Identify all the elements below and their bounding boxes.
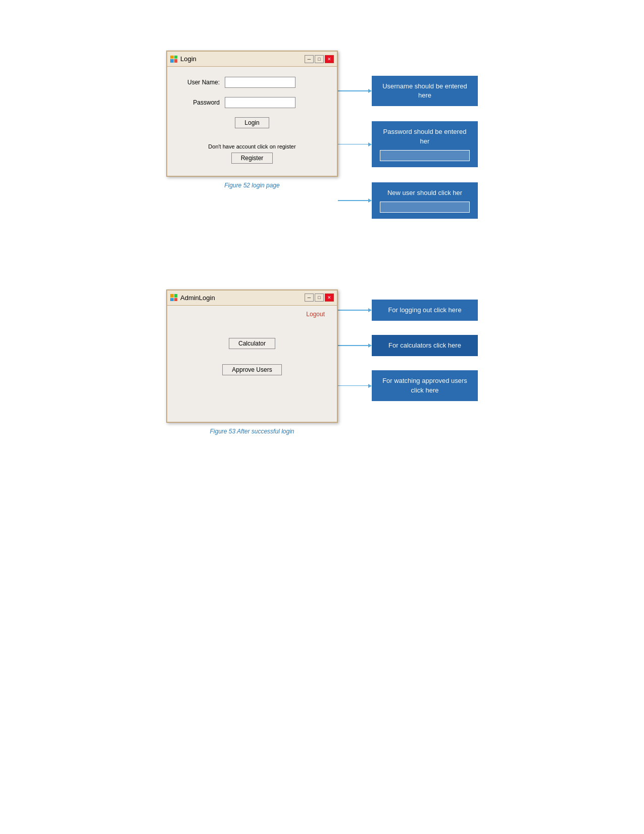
login-dialog: Login ─ □ ✕ User Name:: [166, 51, 338, 189]
close-button[interactable]: ✕: [325, 55, 334, 63]
approve-users-button[interactable]: Approve Users: [222, 364, 281, 375]
approve-users-annotation: For watching approved users click here: [372, 370, 478, 401]
register-annotation: New user should click her: [372, 182, 478, 219]
fig1-ann-row-2: Password should be entered her: [338, 121, 478, 167]
register-area: Don't have account click on register Reg…: [179, 133, 325, 164]
username-annotation: Username should be entered here: [372, 76, 478, 106]
password-annotation: Password should be entered her: [372, 121, 478, 167]
adminlogin-content: Logout Calculator Approve Users: [167, 306, 337, 422]
approve-users-button-area: Approve Users: [179, 364, 325, 375]
arrow-tip-3: [368, 199, 372, 203]
arrow-line-2: [338, 144, 368, 145]
calculator-button-area: Calculator: [179, 338, 325, 349]
adminlogin-window-title: AdminLogin: [180, 294, 215, 302]
login-window: Login ─ □ ✕ User Name:: [166, 51, 338, 177]
username-input[interactable]: [225, 77, 295, 88]
username-label: User Name:: [179, 79, 220, 86]
fig2-ann-row-3: For watching approved users click here: [338, 370, 478, 401]
arrow-tip-1: [368, 89, 372, 93]
figure2-annotations: For logging out click here For calculato…: [338, 289, 478, 401]
arrow-line-3: [338, 200, 368, 201]
arrow-line-1: [338, 90, 368, 91]
adminlogin-titlebar: AdminLogin ─ □ ✕: [167, 290, 337, 306]
figure2-layout: AdminLogin ─ □ ✕ Logout: [30, 289, 614, 435]
admin-arrow-tip-3: [368, 384, 372, 388]
admin-app-icon: [170, 294, 177, 301]
fig1-ann-row-1: Username should be entered here: [338, 76, 478, 106]
fig2-ann-row-1: For logging out click here: [338, 300, 478, 321]
admin-arrow-tip-1: [368, 308, 372, 312]
figure1-section: Login ─ □ ✕ User Name:: [30, 0, 614, 249]
admin-close-button[interactable]: ✕: [325, 293, 334, 302]
calculator-annotation: For calculators click here: [372, 335, 478, 356]
password-row: Password: [179, 97, 325, 108]
maximize-button[interactable]: □: [315, 55, 324, 63]
arrow-tip-2: [368, 142, 372, 146]
fig2-ann-row-2: For calculators click here: [338, 335, 478, 356]
login-window-title: Login: [180, 55, 196, 63]
page-container: Login ─ □ ✕ User Name:: [0, 0, 644, 465]
figure1-caption: Figure 52 login page: [166, 182, 338, 189]
admin-window-controls: ─ □ ✕: [305, 293, 334, 302]
adminlogin-dialog: AdminLogin ─ □ ✕ Logout: [166, 289, 338, 435]
figure1-layout: Login ─ □ ✕ User Name:: [30, 51, 614, 219]
adminlogin-window: AdminLogin ─ □ ✕ Logout: [166, 289, 338, 423]
fig1-ann-row-3: New user should click her: [338, 182, 478, 219]
admin-arrow-line-2: [338, 345, 368, 346]
admin-maximize-button[interactable]: □: [315, 293, 324, 302]
admin-arrow-line-1: [338, 310, 368, 311]
logout-link[interactable]: Logout: [179, 311, 325, 318]
admin-minimize-button[interactable]: ─: [305, 293, 314, 302]
app-icon: [170, 56, 177, 63]
minimize-button[interactable]: ─: [305, 55, 314, 63]
login-button[interactable]: Login: [235, 117, 269, 128]
login-titlebar: Login ─ □ ✕: [167, 52, 337, 67]
login-button-area: Login: [179, 117, 325, 128]
password-input[interactable]: [225, 97, 295, 108]
figure2-caption: Figure 53 After successful login: [166, 428, 338, 435]
figure1-annotations: Username should be entered here Password…: [338, 51, 478, 219]
figure2-section: AdminLogin ─ □ ✕ Logout: [30, 249, 614, 465]
admin-arrow-line-3: [338, 385, 368, 386]
logout-annotation: For logging out click here: [372, 300, 478, 321]
register-prompt: Don't have account click on register: [179, 143, 325, 150]
admin-arrow-tip-2: [368, 344, 372, 348]
username-row: User Name:: [179, 77, 325, 88]
window-controls: ─ □ ✕: [305, 55, 334, 63]
login-content: User Name: Password Login: [167, 67, 337, 176]
register-button[interactable]: Register: [231, 153, 273, 164]
calculator-button[interactable]: Calculator: [229, 338, 275, 349]
password-label: Password: [179, 99, 220, 106]
